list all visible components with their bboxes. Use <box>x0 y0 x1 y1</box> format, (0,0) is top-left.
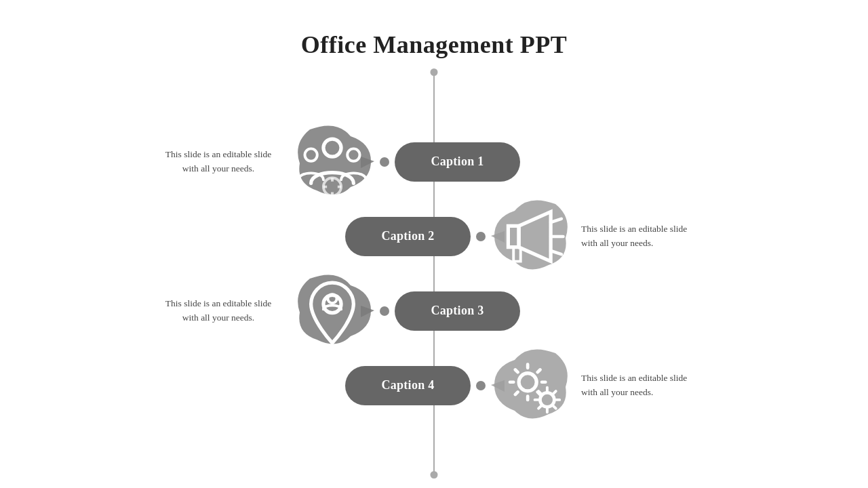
svg-point-1 <box>304 148 317 161</box>
row-1-blob <box>296 123 374 201</box>
svg-point-0 <box>323 139 341 157</box>
location-icon <box>293 272 371 350</box>
row-3: This slide is an editable slidewith all … <box>0 274 868 348</box>
team-icon <box>293 123 371 201</box>
row-2-description: This slide is an editable slidewith all … <box>581 222 724 250</box>
rows-container: This slide is an editable slidewith all … <box>0 59 868 488</box>
row-1-caption: Caption 1 <box>395 142 520 182</box>
slide: Office Management PPT This slide is an e… <box>0 0 868 488</box>
row-4-blob <box>491 346 569 424</box>
row-4-description: This slide is an editable slidewith all … <box>581 371 724 399</box>
megaphone-icon <box>494 197 572 275</box>
page-title: Office Management PPT <box>301 30 567 59</box>
row-3-caption: Caption 3 <box>395 291 520 331</box>
row-4: Caption 4 <box>0 348 868 423</box>
row-4-connector-dot <box>476 381 486 390</box>
svg-point-14 <box>540 392 555 407</box>
svg-point-2 <box>347 148 359 161</box>
content-area: This slide is an editable slidewith all … <box>0 59 868 488</box>
row-3-connector-dot <box>380 306 389 316</box>
svg-point-13 <box>519 373 536 390</box>
row-4-caption: Caption 4 <box>345 366 471 405</box>
row-2-blob <box>491 197 569 275</box>
row-1-connector-dot <box>380 157 389 167</box>
row-2-connector-dot <box>476 232 486 241</box>
row-2-caption: Caption 2 <box>345 217 471 256</box>
row-2: Caption 2 <box>0 199 868 274</box>
row-1-description: This slide is an editable slidewith all … <box>147 148 290 176</box>
row-3-description: This slide is an editable slidewith all … <box>147 297 290 325</box>
row-1: This slide is an editable slidewith all … <box>0 125 868 199</box>
settings-icon <box>494 346 572 424</box>
row-3-blob <box>296 272 374 350</box>
